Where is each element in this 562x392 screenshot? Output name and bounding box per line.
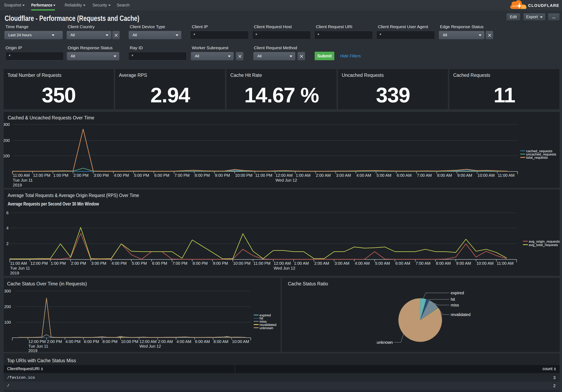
svg-text:3:00 AM: 3:00 AM bbox=[335, 261, 349, 265]
svg-text:5:00 AM: 5:00 AM bbox=[376, 173, 391, 178]
svg-text:1:00 PM: 1:00 PM bbox=[51, 261, 66, 265]
svg-text:7:00 AM: 7:00 AM bbox=[417, 173, 432, 178]
svg-text:5:00 AM: 5:00 AM bbox=[375, 261, 390, 265]
svg-text:8:00 AM: 8:00 AM bbox=[437, 173, 452, 178]
svg-text:2: 2 bbox=[6, 242, 9, 246]
svg-text:9:00 AM: 9:00 AM bbox=[456, 261, 471, 265]
svg-text:2019: 2019 bbox=[28, 348, 37, 353]
svg-text:8:00 PM: 8:00 PM bbox=[195, 173, 210, 178]
svg-text:3:00 PM: 3:00 PM bbox=[91, 261, 106, 265]
svg-text:12:00 AM: 12:00 AM bbox=[274, 261, 291, 265]
svg-text:7:00 PM: 7:00 PM bbox=[175, 173, 189, 178]
svg-text:2:00 AM: 2:00 AM bbox=[314, 261, 329, 265]
svg-text:4:00 PM: 4:00 PM bbox=[114, 173, 129, 178]
svg-text:11:00 AM: 11:00 AM bbox=[13, 173, 30, 178]
svg-text:8:00 AM: 8:00 AM bbox=[213, 339, 228, 344]
svg-text:11:00 AM: 11:00 AM bbox=[497, 261, 514, 265]
svg-text:200: 200 bbox=[4, 138, 10, 143]
svg-text:5:00 PM: 5:00 PM bbox=[132, 261, 147, 265]
svg-text:4:00 PM: 4:00 PM bbox=[66, 339, 81, 344]
svg-text:2:00 PM: 2:00 PM bbox=[73, 173, 88, 178]
svg-text:expired: expired bbox=[451, 291, 464, 295]
svg-text:Wed Jun 12: Wed Jun 12 bbox=[276, 178, 297, 183]
svg-text:10:00 PM: 10:00 PM bbox=[121, 339, 139, 344]
svg-text:2:00 AM: 2:00 AM bbox=[158, 339, 173, 344]
svg-text:10:00 AM: 10:00 AM bbox=[476, 261, 494, 265]
svg-text:2:00 PM: 2:00 PM bbox=[47, 339, 62, 344]
svg-text:4:00 AM: 4:00 AM bbox=[176, 339, 191, 344]
svg-text:10:00 AM: 10:00 AM bbox=[478, 173, 495, 178]
svg-text:6:00 PM: 6:00 PM bbox=[84, 339, 99, 344]
svg-text:6:00 AM: 6:00 AM bbox=[195, 339, 210, 344]
svg-text:6: 6 bbox=[6, 211, 9, 215]
svg-text:12:00 AM: 12:00 AM bbox=[140, 339, 157, 344]
svg-text:2:00 PM: 2:00 PM bbox=[71, 261, 86, 265]
svg-text:3:00 AM: 3:00 AM bbox=[336, 173, 351, 178]
svg-text:9:00 PM: 9:00 PM bbox=[215, 173, 230, 178]
svg-text:4:00 AM: 4:00 AM bbox=[355, 261, 370, 265]
svg-text:11:00 PM: 11:00 PM bbox=[255, 173, 272, 178]
svg-text:300: 300 bbox=[4, 122, 10, 127]
svg-text:9:00 PM: 9:00 PM bbox=[213, 261, 228, 265]
svg-text:1:00 AM: 1:00 AM bbox=[294, 261, 309, 265]
svg-text:200: 200 bbox=[4, 304, 11, 309]
svg-text:8:00 AM: 8:00 AM bbox=[436, 261, 451, 265]
svg-text:2019: 2019 bbox=[13, 183, 22, 187]
svg-text:unknown: unknown bbox=[259, 326, 273, 330]
svg-text:Tue Jun 11: Tue Jun 11 bbox=[28, 344, 48, 348]
svg-text:3:00 PM: 3:00 PM bbox=[94, 173, 109, 178]
svg-text:Wed Jun 12: Wed Jun 12 bbox=[140, 344, 161, 348]
svg-text:100: 100 bbox=[4, 320, 11, 324]
svg-text:4: 4 bbox=[6, 226, 9, 230]
svg-text:CLOUDFLARE: CLOUDFLARE bbox=[528, 3, 559, 8]
svg-text:4:00 PM: 4:00 PM bbox=[112, 261, 127, 265]
svg-text:2:00 AM: 2:00 AM bbox=[316, 173, 331, 178]
svg-text:6:00 PM: 6:00 PM bbox=[152, 261, 167, 265]
svg-text:Tue Jun 11: Tue Jun 11 bbox=[13, 178, 33, 183]
svg-text:6:00 PM: 6:00 PM bbox=[154, 173, 169, 178]
svg-text:total_requests: total_requests bbox=[526, 156, 548, 160]
svg-text:4:00 AM: 4:00 AM bbox=[356, 173, 371, 178]
svg-text:unknown: unknown bbox=[377, 340, 393, 345]
svg-text:6:00 AM: 6:00 AM bbox=[397, 173, 411, 178]
svg-text:12:00 PM: 12:00 PM bbox=[28, 339, 46, 344]
svg-text:10:00 PM: 10:00 PM bbox=[235, 173, 253, 178]
svg-text:avg_total_requests: avg_total_requests bbox=[529, 243, 558, 247]
svg-text:11:00 AM: 11:00 AM bbox=[10, 261, 27, 265]
svg-text:10:00 PM: 10:00 PM bbox=[233, 261, 251, 265]
svg-text:7:00 PM: 7:00 PM bbox=[172, 261, 187, 265]
svg-text:10:00 AM: 10:00 AM bbox=[232, 339, 249, 344]
svg-text:8:00 PM: 8:00 PM bbox=[102, 339, 117, 344]
svg-text:1:00 AM: 1:00 AM bbox=[296, 173, 310, 178]
svg-text:Tue Jun 11: Tue Jun 11 bbox=[10, 266, 30, 270]
svg-text:12:00 PM: 12:00 PM bbox=[33, 173, 50, 178]
svg-text:revalidated: revalidated bbox=[451, 312, 470, 317]
svg-text:9:00 AM: 9:00 AM bbox=[457, 173, 472, 178]
svg-text:7:00 AM: 7:00 AM bbox=[416, 261, 430, 265]
svg-text:12:00 AM: 12:00 AM bbox=[276, 173, 293, 178]
svg-text:11:00 PM: 11:00 PM bbox=[253, 261, 270, 265]
svg-text:1:00 PM: 1:00 PM bbox=[53, 173, 68, 178]
svg-text:100: 100 bbox=[4, 154, 10, 158]
svg-text:8:00 PM: 8:00 PM bbox=[193, 261, 208, 265]
svg-text:miss: miss bbox=[451, 303, 459, 307]
svg-text:11:00 AM: 11:00 AM bbox=[498, 173, 515, 178]
svg-text:6:00 AM: 6:00 AM bbox=[395, 261, 410, 265]
svg-text:Wed Jun 12: Wed Jun 12 bbox=[274, 266, 295, 270]
svg-text:5:00 PM: 5:00 PM bbox=[134, 173, 149, 178]
svg-text:12:00 PM: 12:00 PM bbox=[30, 261, 48, 265]
svg-text:300: 300 bbox=[4, 289, 11, 293]
svg-text:2019: 2019 bbox=[10, 271, 19, 275]
svg-text:hit: hit bbox=[451, 297, 455, 302]
